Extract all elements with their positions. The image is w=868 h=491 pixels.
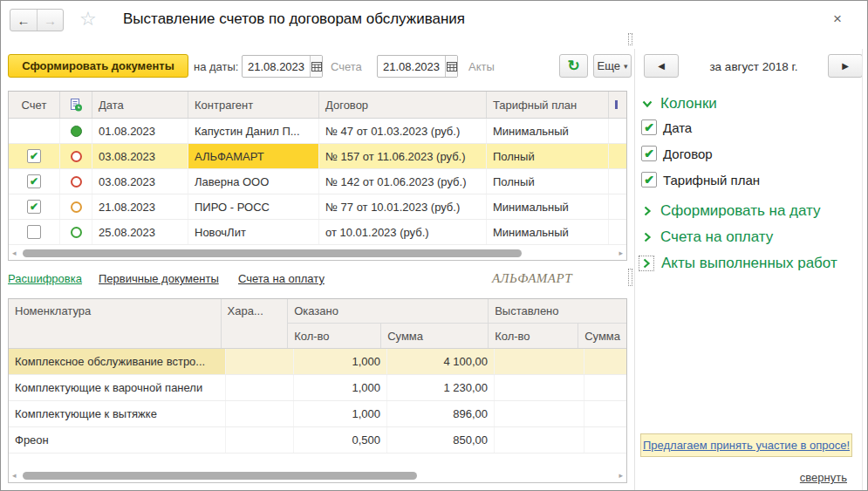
detail-rendered-sum-cell[interactable]: 4 100,00 [387,349,495,374]
row-plan-cell[interactable]: Полный [487,144,609,168]
column-header-formed[interactable] [60,92,92,118]
detail-hscrollbar[interactable]: ◂ ▸ [10,470,625,481]
detail-characteristic-cell[interactable] [226,349,294,374]
row-date-cell[interactable]: 03.08.2023 [92,169,188,194]
detail-billed-sum-cell[interactable] [584,427,626,453]
row-contract-cell[interactable]: № 47 от 01.03.2023 (руб.) [319,119,487,143]
row-counterparty-cell[interactable]: Лаверна ООО [188,169,319,194]
column-header-contract[interactable]: Договор [319,92,487,118]
acts-date-field[interactable]: 21.08.2023 [377,55,458,78]
splitter-grip[interactable] [628,269,632,286]
contracts-row[interactable]: 01.08.2023 Капустин Данил П... № 47 от 0… [9,119,626,144]
row-counterparty-cell[interactable]: НовочЛит [188,220,319,244]
checkbox[interactable]: ✔ [641,146,657,161]
scroll-left-icon[interactable]: ◂ [12,248,17,258]
collapse-panel-link[interactable]: свернуть [800,471,847,484]
detail-billed-qty-cell[interactable] [495,349,584,374]
close-button[interactable]: × [826,8,849,31]
scrollbar-thumb[interactable] [23,472,417,480]
detail-rendered-sum-cell[interactable]: 896,00 [387,401,495,426]
forward-button[interactable]: → [38,10,63,31]
acts-calendar-button[interactable] [445,56,457,77]
detail-rendered-qty-cell[interactable]: 1,000 [294,375,387,400]
column-header-characteristic[interactable]: Хара... [222,299,289,348]
tab-decode-link[interactable]: Расшифровка [8,272,82,285]
row-contract-cell[interactable]: № 77 от 10.01.2023 (руб.) [319,194,487,219]
detail-rendered-sum-cell[interactable]: 850,00 [387,427,495,453]
tab-payment-invoices-link[interactable]: Счета на оплату [238,272,325,285]
row-select-cell[interactable]: ✔ [9,169,60,194]
invoices-calendar-button[interactable] [310,56,322,77]
column-header-rendered[interactable]: Оказано [288,299,489,324]
detail-billed-sum-cell[interactable] [584,375,626,400]
row-contract-cell[interactable]: № 157 от 11.06.2023 (руб.) [319,144,487,168]
detail-name-cell[interactable]: Комплектующие к варочной панели [9,375,226,400]
column-header-counterparty[interactable]: Контрагент [188,92,319,118]
detail-row[interactable]: Комплектующие к варочной панели 1,000 1 … [9,375,626,401]
column-toggle-plan[interactable]: ✔ Тарифный план [641,172,760,188]
detail-rendered-qty-cell[interactable]: 0,500 [294,427,387,453]
row-date-cell[interactable]: 25.08.2023 [92,220,188,244]
row-contract-cell[interactable]: № 142 от 01.06.2023 (руб.) [319,169,487,194]
row-checkbox[interactable]: ✔ [27,200,41,214]
detail-billed-sum-cell[interactable] [584,349,626,374]
row-select-cell[interactable] [9,220,60,244]
row-checkbox[interactable]: ✔ [27,174,41,188]
row-counterparty-cell[interactable]: ПИРО - РОСС [188,194,319,219]
contracts-row[interactable]: ✔ 21.08.2023 ПИРО - РОСС № 77 от 10.01.2… [9,194,626,220]
checkbox[interactable]: ✔ [641,172,657,188]
detail-characteristic-cell[interactable] [226,427,294,453]
back-button[interactable]: ← [10,10,38,31]
invoices-date-field[interactable]: 21.08.2023 [242,55,323,78]
next-period-button[interactable]: ▶ [828,54,863,78]
scroll-left-icon[interactable]: ◂ [12,470,17,481]
row-date-cell[interactable]: 21.08.2023 [92,194,188,219]
detail-billed-qty-cell[interactable] [495,401,584,426]
splitter-grip[interactable] [628,33,632,45]
columns-section-header[interactable]: Колонки [641,95,717,113]
row-checkbox-unchecked[interactable] [27,225,41,239]
contracts-hscrollbar[interactable]: ◂ ▸ [10,248,625,258]
row-select-cell[interactable]: ✔ [9,144,60,168]
row-select-cell[interactable]: ✔ [9,194,60,219]
generate-documents-button[interactable]: Сформировать документы [8,54,188,78]
survey-link[interactable]: Предлагаем принять участие в опросе! [640,433,852,457]
row-counterparty-cell[interactable]: Капустин Данил П... [188,119,319,143]
detail-characteristic-cell[interactable] [226,401,294,426]
column-header-billed[interactable]: Выставлено [489,299,626,324]
more-button[interactable]: Еще ▾ [593,54,632,78]
row-plan-cell[interactable]: Минимальный [487,220,609,244]
detail-row[interactable]: Комплексное обслуживание встро... 1,000 … [9,349,626,375]
detail-rendered-qty-cell[interactable]: 1,000 [294,349,387,374]
detail-name-cell[interactable]: Фреон [9,427,226,453]
column-header-select[interactable]: Счет [9,92,60,118]
detail-name-cell[interactable]: Комплектующие к вытяжке [9,401,226,426]
detail-rendered-qty-cell[interactable]: 1,000 [294,401,387,426]
row-plan-cell[interactable]: Минимальный [487,194,609,219]
contracts-row[interactable]: 25.08.2023 НовочЛит от 10.01.2023 (руб.)… [9,220,626,245]
tab-primary-documents-link[interactable]: Первичные документы [99,272,219,285]
favorite-star-icon[interactable]: ☆ [79,8,97,31]
scroll-right-icon[interactable]: ▸ [619,248,623,258]
row-plan-cell[interactable]: Минимальный [487,119,609,143]
detail-rendered-sum-cell[interactable]: 1 230,00 [387,375,495,400]
column-header-date[interactable]: Дата [92,92,188,118]
column-header-plan[interactable]: Тарифный план [487,92,609,118]
detail-row[interactable]: Комплектующие к вытяжке 1,000 896,00 [9,401,626,427]
detail-name-cell[interactable]: Комплексное обслуживание встро... [9,349,226,374]
column-header-rendered-qty[interactable]: Кол-во [288,324,381,348]
row-contract-cell[interactable]: от 10.01.2023 (руб.) [319,220,487,244]
column-header-billed-sum[interactable]: Сумма [578,324,626,348]
column-toggle-contract[interactable]: ✔ Договор [641,146,713,161]
row-date-cell[interactable]: 03.08.2023 [92,144,188,168]
column-header-rendered-sum[interactable]: Сумма [381,324,489,348]
row-checkbox[interactable]: ✔ [27,149,41,163]
column-header-partial[interactable] [609,92,626,118]
column-toggle-date[interactable]: ✔ Дата [641,119,692,135]
column-header-nomenclature[interactable]: Номенклатура [9,299,222,348]
detail-billed-qty-cell[interactable] [495,427,584,453]
contracts-row[interactable]: ✔ 03.08.2023 Лаверна ООО № 142 от 01.06.… [9,169,626,194]
prev-period-button[interactable]: ◀ [644,54,679,78]
contracts-row[interactable]: ✔ 03.08.2023 АЛЬФАМАРТ № 157 от 11.06.20… [9,144,626,169]
refresh-button[interactable]: ↻ [559,54,588,78]
